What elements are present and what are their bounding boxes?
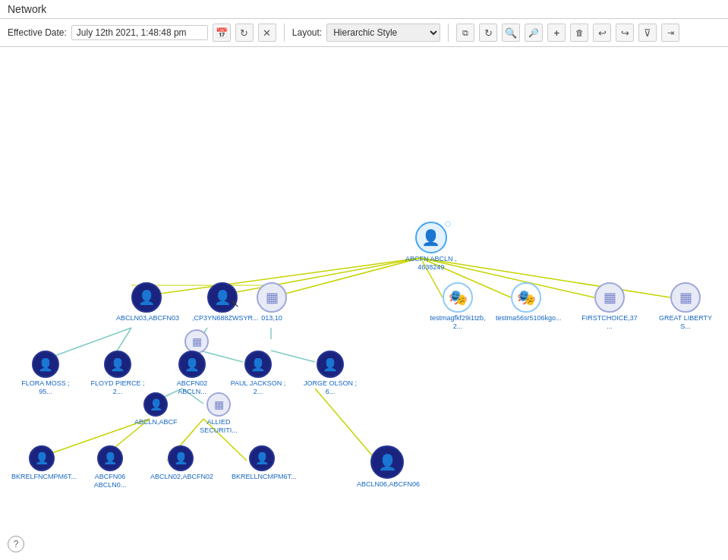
node-n9[interactable]: 👤 FLOYD PIERCE ; 2... bbox=[87, 351, 148, 396]
node-n6-label: FIRSTCHOICE,37 ... bbox=[579, 314, 640, 331]
node-org2-label: ABCLN,ABCF bbox=[134, 418, 178, 426]
node-n2[interactable]: 👤 ↖ ,CP3YN688ZWSYR... bbox=[192, 282, 253, 322]
node-n10[interactable]: 👤 ABCFN02 ABCLN... bbox=[162, 351, 222, 396]
toolbar: Effective Date: 📅 ↻ ✕ Layout: Hierarchic… bbox=[0, 19, 728, 47]
node-n1-label: ABCLN03,ABCFN03 bbox=[116, 314, 177, 322]
node-n8[interactable]: 👤 FLORA MOSS ; 95... bbox=[15, 351, 76, 396]
divider-2 bbox=[448, 24, 449, 42]
refresh-icon-btn[interactable]: ↻ bbox=[235, 24, 254, 42]
node-n4-label: testmagfkf29i1tzb, 2... bbox=[427, 314, 488, 331]
undo-icon-btn[interactable]: ↩ bbox=[593, 24, 611, 42]
node-n17-label: ABCLN02,ABCFN02 bbox=[150, 473, 211, 481]
header: Network bbox=[0, 0, 728, 19]
export-icon-btn[interactable]: ⇥ bbox=[661, 24, 679, 42]
add-icon-btn[interactable]: + bbox=[547, 24, 566, 42]
refresh2-icon-btn[interactable]: ↻ bbox=[479, 24, 497, 42]
node-n6[interactable]: ▦ FIRSTCHOICE,37 ... bbox=[579, 282, 640, 331]
node-n7[interactable]: ▦ GREAT LIBERTY S... bbox=[655, 282, 716, 331]
node-n4[interactable]: 🎭 testmagfkf29i1tzb, 2... bbox=[427, 282, 488, 331]
help-question-mark: ? bbox=[14, 539, 19, 549]
filter-icon-btn[interactable]: ⊽ bbox=[638, 24, 657, 42]
node-n16[interactable]: 👤 ABCFN06 ABCLN0... bbox=[80, 445, 140, 489]
help-icon-btn[interactable]: ? bbox=[8, 536, 24, 552]
node-n3[interactable]: ▦ 013,10 bbox=[257, 282, 287, 322]
layout-label: Layout: bbox=[292, 27, 322, 38]
node-n18[interactable]: 👤 BKRELLNCMPM6T... bbox=[232, 445, 292, 481]
effective-date-label: Effective Date: bbox=[8, 27, 67, 38]
node-n12[interactable]: 👤 JORGE OLSON ; 6... bbox=[300, 351, 361, 396]
node-n1[interactable]: 👤 ABCLN03,ABCFN03 bbox=[116, 282, 177, 322]
node-n15[interactable]: 👤 BKRELFNCMPM6T... bbox=[11, 445, 72, 481]
network-canvas: 👤 ○ ABCFN ABCLN ,4638249 👤 ABCLN03,ABCFN… bbox=[0, 47, 728, 518]
footer: ? bbox=[8, 536, 24, 552]
node-n19[interactable]: 👤 ABCLN06,ABCFN06 bbox=[357, 445, 418, 489]
node-root-label: ABCFN ABCLN ,4638249 bbox=[405, 255, 457, 272]
node-n3-label: 013,10 bbox=[261, 314, 282, 322]
node-n15-label: BKRELFNCMPM6T... bbox=[11, 473, 72, 481]
node-n18-label: BKRELLNCMPM6T... bbox=[232, 473, 292, 481]
layout-select[interactable]: Hierarchic Style Organic Style Tree Styl… bbox=[326, 24, 440, 42]
delete-icon-btn[interactable]: 🗑 bbox=[570, 24, 588, 42]
calendar-icon-btn[interactable]: 📅 bbox=[213, 24, 231, 42]
node-root[interactable]: 👤 ○ ABCFN ABCLN ,4638249 bbox=[405, 222, 457, 272]
node-n12-label: JORGE OLSON ; 6... bbox=[300, 379, 361, 396]
zoom-in-icon-btn[interactable]: 🔎 bbox=[525, 24, 543, 42]
node-n14[interactable]: ▦ ALLIED SECURITI... bbox=[188, 392, 249, 435]
divider-1 bbox=[284, 24, 285, 42]
node-n7-label: GREAT LIBERTY S... bbox=[655, 314, 716, 331]
node-n16-label: ABCFN06 ABCLN0... bbox=[80, 473, 140, 489]
node-org2[interactable]: 👤 ABCLN,ABCF bbox=[134, 392, 178, 426]
node-n14-label: ALLIED SECURITI... bbox=[188, 418, 249, 435]
effective-date-input[interactable] bbox=[71, 25, 208, 40]
node-n19-label: ABCLN06,ABCFN06 bbox=[357, 480, 418, 489]
clear-icon-btn[interactable]: ✕ bbox=[258, 24, 276, 42]
node-n17[interactable]: 👤 ABCLN02,ABCFN02 bbox=[150, 445, 211, 481]
node-n2-label: ,CP3YN688ZWSYR... bbox=[192, 314, 253, 322]
copy-icon-btn[interactable]: ⧉ bbox=[456, 24, 474, 42]
node-n5-label: testma56sr5106kgo... bbox=[496, 314, 556, 322]
zoom-out-icon-btn[interactable]: 🔍 bbox=[502, 24, 520, 42]
node-n5[interactable]: 🎭 testma56sr5106kgo... bbox=[496, 282, 556, 322]
node-n8-label: FLORA MOSS ; 95... bbox=[15, 379, 76, 396]
redo-icon-btn[interactable]: ↪ bbox=[616, 24, 634, 42]
page-title: Network bbox=[8, 3, 720, 15]
node-n11[interactable]: 👤 PAUL JACKSON ; 2... bbox=[228, 351, 288, 396]
svg-line-2 bbox=[271, 258, 421, 297]
